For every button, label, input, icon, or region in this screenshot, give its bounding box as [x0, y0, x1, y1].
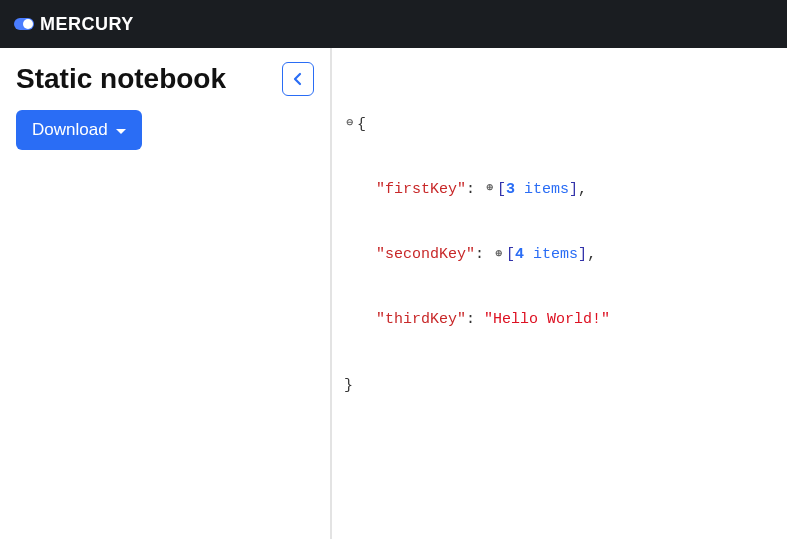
json-root-open: ⊖{ — [344, 114, 775, 136]
collapse-toggle-icon[interactable]: ⊖ — [344, 118, 355, 129]
json-entry: "secondKey": ⊕[4 items], — [344, 244, 775, 266]
collapse-sidebar-button[interactable] — [282, 62, 314, 96]
expand-toggle-icon[interactable]: ⊕ — [484, 183, 495, 194]
json-entry: "firstKey": ⊕[3 items], — [344, 179, 775, 201]
chevron-left-icon — [293, 72, 303, 86]
page-title: Static notebook — [16, 63, 226, 95]
brand-logo[interactable]: MERCURY — [14, 14, 134, 35]
brand-name: MERCURY — [40, 14, 134, 35]
caret-down-icon — [116, 129, 126, 134]
json-key: "thirdKey" — [376, 311, 466, 328]
json-key: "firstKey" — [376, 181, 466, 198]
notebook-output: ⊖{ "firstKey": ⊕[3 items], "secondKey": … — [332, 48, 787, 539]
json-root-close: } — [344, 375, 775, 397]
mercury-toggle-icon — [14, 18, 34, 30]
json-string-value: "Hello World!" — [484, 311, 610, 328]
sidebar: Static notebook Download — [0, 48, 332, 539]
download-button[interactable]: Download — [16, 110, 142, 150]
header-bar: MERCURY — [0, 0, 787, 48]
json-key: "secondKey" — [376, 246, 475, 263]
download-button-label: Download — [32, 120, 108, 140]
expand-toggle-icon[interactable]: ⊕ — [493, 249, 504, 260]
json-entry: "thirdKey": "Hello World!" — [344, 309, 775, 331]
